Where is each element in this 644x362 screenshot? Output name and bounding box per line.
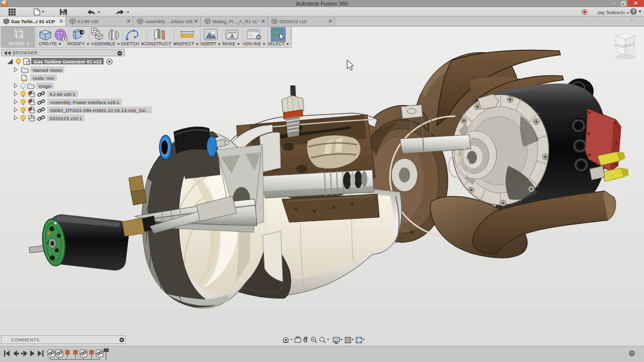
svg-text:>_: >_ [249,33,254,37]
svg-text:?: ? [632,9,635,15]
